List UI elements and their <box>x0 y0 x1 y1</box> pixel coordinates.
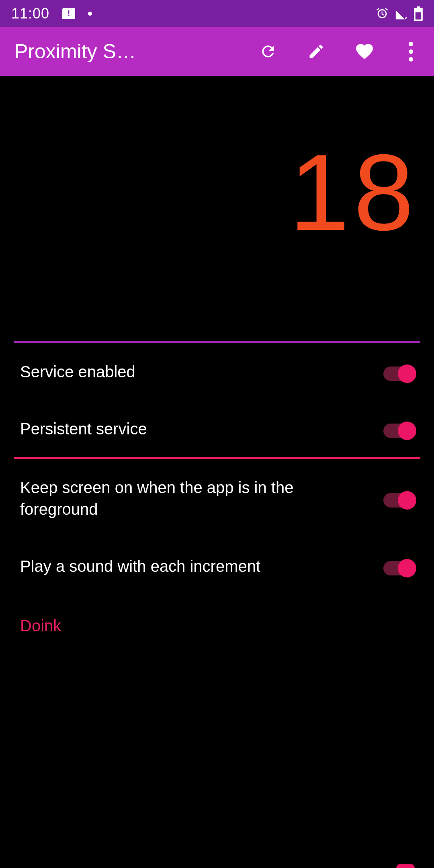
toggle-service-enabled[interactable] <box>383 364 414 379</box>
sound-name-label: Doink <box>20 617 61 635</box>
status-time: 11:00 <box>11 5 49 22</box>
toggle-play-sound[interactable] <box>383 559 414 573</box>
status-left: 11:00 <box>11 5 92 22</box>
overflow-dot-icon <box>409 42 413 46</box>
counter-value: 18 <box>289 138 418 247</box>
setting-label: Keep screen on when the app is in the fo… <box>20 477 383 520</box>
setting-service-enabled[interactable]: Service enabled <box>0 343 434 400</box>
counter-display[interactable]: 18 <box>0 76 434 341</box>
toggle-keep-screen[interactable] <box>383 491 414 506</box>
setting-label: Service enabled <box>20 361 383 383</box>
setting-label: Play a sound with each increment <box>20 555 383 577</box>
notification-dot-icon <box>88 12 92 16</box>
app-bar: Proximity Sens… <box>0 27 434 76</box>
switch-thumb <box>398 491 416 510</box>
switch-thumb <box>398 422 416 440</box>
switch-thumb <box>398 364 416 383</box>
setting-sound-name[interactable]: Doink <box>0 595 434 643</box>
favorite-button[interactable] <box>354 41 375 61</box>
overflow-dot-icon <box>409 49 413 54</box>
alarm-icon <box>375 7 389 20</box>
setting-persistent-service[interactable]: Persistent service <box>0 400 434 457</box>
pencil-icon <box>307 43 325 60</box>
status-bar: 11:00 <box>0 0 434 27</box>
app-actions <box>258 41 422 61</box>
switch-thumb <box>398 559 416 577</box>
app-title: Proximity Sens… <box>14 40 147 63</box>
edit-button[interactable] <box>306 41 326 61</box>
message-alert-icon <box>62 8 75 19</box>
setting-keep-screen[interactable]: Keep screen on when the app is in the fo… <box>0 459 434 538</box>
setting-play-sound[interactable]: Play a sound with each increment <box>0 538 434 595</box>
toggle-persistent-service[interactable] <box>383 422 414 436</box>
partial-switch-thumb <box>396 864 415 868</box>
overflow-dot-icon <box>409 57 413 61</box>
battery-icon <box>414 6 423 21</box>
refresh-icon <box>259 43 277 60</box>
refresh-button[interactable] <box>258 41 278 61</box>
setting-label: Persistent service <box>20 418 383 440</box>
heart-icon <box>354 41 375 61</box>
signal-no-data-icon <box>395 7 408 20</box>
overflow-menu-button[interactable] <box>403 41 419 61</box>
status-right <box>375 6 423 21</box>
